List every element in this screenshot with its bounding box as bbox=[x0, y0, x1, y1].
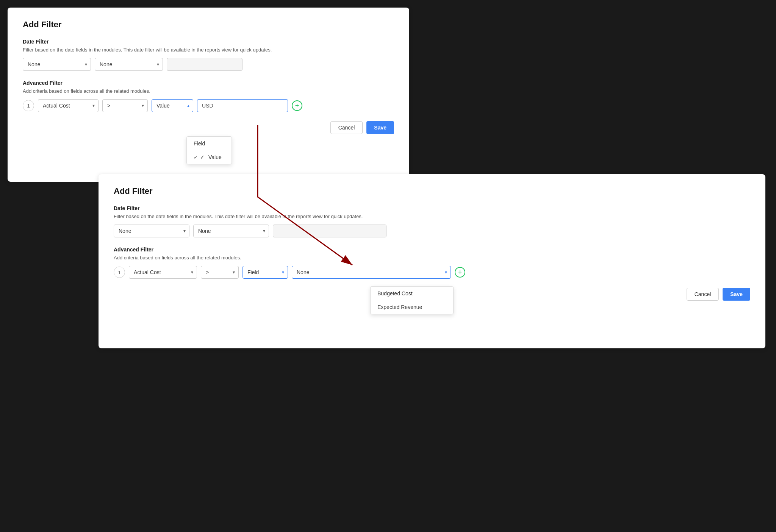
bottom-dropdown-expected-revenue-item[interactable]: Expected Revenue bbox=[371, 300, 453, 314]
top-advanced-filter-desc: Add criteria based on fields across all … bbox=[23, 88, 394, 94]
bottom-date-text-input[interactable] bbox=[273, 225, 386, 237]
bottom-cancel-button[interactable]: Cancel bbox=[687, 288, 719, 301]
bottom-date-filter-label: Date Filter bbox=[114, 205, 750, 211]
top-field-select-wrapper: Actual Cost ▾ bbox=[38, 99, 99, 112]
top-filter-row-number: 1 bbox=[23, 100, 34, 111]
bottom-advanced-filter-desc: Add criteria based on fields across all … bbox=[114, 255, 750, 261]
top-date-filter-label: Date Filter bbox=[23, 39, 394, 45]
top-date-filter-row: None ▾ None ▾ bbox=[23, 58, 394, 71]
top-panel-title: Add Filter bbox=[23, 20, 394, 30]
top-cancel-button[interactable]: Cancel bbox=[330, 121, 363, 134]
top-field-select[interactable]: Actual Cost bbox=[38, 99, 99, 112]
bottom-filter-row-number: 1 bbox=[114, 267, 125, 278]
top-date-filter-desc: Filter based on the date fields in the m… bbox=[23, 47, 394, 53]
top-advanced-filter-row: 1 Actual Cost ▾ > ▾ Value ▴ + bbox=[23, 99, 394, 112]
top-add-criteria-button[interactable]: + bbox=[292, 100, 302, 111]
bottom-add-criteria-button[interactable]: + bbox=[455, 267, 465, 278]
bottom-date-select2-wrapper: None ▾ bbox=[193, 225, 269, 237]
bottom-type-select-wrapper: Field ▾ bbox=[242, 266, 288, 279]
bottom-date-select1-wrapper: None ▾ bbox=[114, 225, 189, 237]
top-action-row: Cancel Save bbox=[23, 121, 394, 134]
top-date-select2-wrapper: None ▾ bbox=[95, 58, 163, 71]
bottom-date-select2[interactable]: None bbox=[193, 225, 269, 237]
top-add-filter-panel: Add Filter Date Filter Filter based on t… bbox=[8, 8, 409, 182]
bottom-date-select1[interactable]: None bbox=[114, 225, 189, 237]
top-date-select1[interactable]: None bbox=[23, 58, 91, 71]
top-type-select[interactable]: Value bbox=[152, 99, 193, 112]
top-type-select-wrapper: Value ▴ bbox=[152, 99, 193, 112]
top-date-text-input[interactable] bbox=[167, 58, 242, 71]
top-dropdown-field-item[interactable]: Field bbox=[187, 137, 232, 150]
bottom-none-select-wrapper: None ▾ bbox=[292, 266, 451, 279]
bottom-advanced-filter-row: 1 Actual Cost ▾ > ▾ Field ▾ None ▾ + bbox=[114, 266, 750, 279]
top-date-select1-wrapper: None ▾ bbox=[23, 58, 91, 71]
bottom-date-filter-desc: Filter based on the date fields in the m… bbox=[114, 214, 750, 219]
bottom-field-select-wrapper: Actual Cost ▾ bbox=[129, 266, 197, 279]
bottom-field-dropdown: Budgeted Cost Expected Revenue bbox=[370, 286, 454, 314]
bottom-date-filter-row: None ▾ None ▾ bbox=[114, 225, 750, 237]
bottom-operator-select-wrapper: > ▾ bbox=[201, 266, 239, 279]
bottom-dropdown-budgeted-cost-item[interactable]: Budgeted Cost bbox=[371, 287, 453, 300]
top-operator-select-wrapper: > ▾ bbox=[102, 99, 148, 112]
top-date-select2[interactable]: None bbox=[95, 58, 163, 71]
top-advanced-filter-label: Advanced Filter bbox=[23, 80, 394, 86]
top-dropdown-value-item[interactable]: ✓Value bbox=[187, 150, 232, 164]
top-value-input[interactable] bbox=[197, 99, 288, 112]
bottom-operator-select[interactable]: > bbox=[201, 266, 239, 279]
top-type-dropdown: Field ✓Value bbox=[186, 136, 232, 164]
top-operator-select[interactable]: > bbox=[102, 99, 148, 112]
bottom-field-select[interactable]: Actual Cost bbox=[129, 266, 197, 279]
bottom-panel-title: Add Filter bbox=[114, 186, 750, 196]
bottom-type-select[interactable]: Field bbox=[242, 266, 288, 279]
bottom-add-filter-panel: Add Filter Date Filter Filter based on t… bbox=[99, 174, 765, 348]
top-save-button[interactable]: Save bbox=[366, 121, 394, 134]
bottom-advanced-filter-label: Advanced Filter bbox=[114, 246, 750, 253]
bottom-save-button[interactable]: Save bbox=[723, 288, 750, 301]
bottom-none-select[interactable]: None bbox=[292, 266, 451, 279]
